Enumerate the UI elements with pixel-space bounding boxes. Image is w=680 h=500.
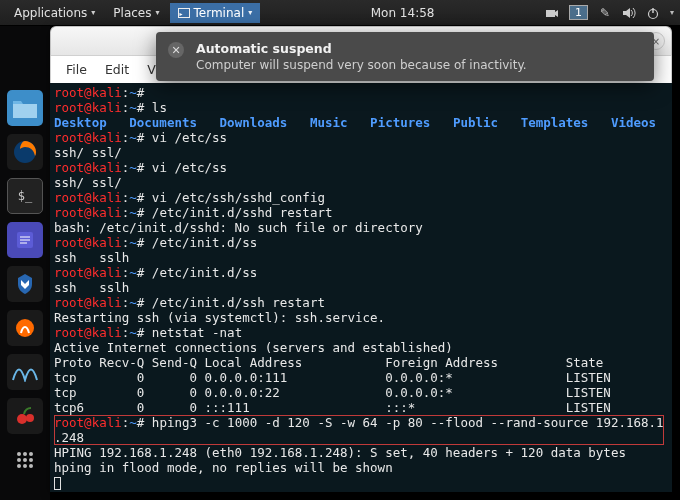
- terminal-line: root@kali:~# /etc/init.d/sshd restart: [54, 205, 668, 220]
- metasploit-icon[interactable]: [7, 266, 43, 302]
- svg-point-19: [23, 464, 27, 468]
- terminal-line: root@kali:~# /etc/init.d/ssh restart: [54, 295, 668, 310]
- terminal-line: ssh/ ssl/: [54, 175, 668, 190]
- wireshark-icon[interactable]: [7, 354, 43, 390]
- terminal-line: root@kali:~# /etc/init.d/ss: [54, 235, 668, 250]
- firefox-icon[interactable]: [7, 134, 43, 170]
- terminal-line: bash: /etc/init.d/sshd: No such file or …: [54, 220, 668, 235]
- burpsuite-icon[interactable]: [7, 310, 43, 346]
- svg-point-16: [23, 458, 27, 462]
- svg-rect-0: [546, 10, 555, 17]
- text-editor-icon[interactable]: [7, 222, 43, 258]
- svg-point-15: [17, 458, 21, 462]
- svg-rect-3: [13, 104, 37, 118]
- svg-point-17: [29, 458, 33, 462]
- workspace-indicator[interactable]: 1: [569, 5, 588, 20]
- svg-point-18: [17, 464, 21, 468]
- terminal-icon: ▸: [178, 8, 190, 18]
- menu-edit[interactable]: Edit: [96, 58, 138, 81]
- volume-icon[interactable]: [622, 6, 636, 20]
- chevron-down-icon[interactable]: ▾: [670, 8, 674, 17]
- svg-point-11: [26, 414, 34, 422]
- show-apps-icon[interactable]: [7, 442, 43, 478]
- terminal-content[interactable]: root@kali:~# root@kali:~# lsDesktop Docu…: [50, 83, 672, 492]
- terminal-line: root@kali:~# ls: [54, 100, 668, 115]
- camera-icon[interactable]: [545, 6, 559, 20]
- svg-point-14: [29, 452, 33, 456]
- chevron-down-icon: ▾: [155, 8, 159, 17]
- terminal-line: ssh sslh: [54, 250, 668, 265]
- terminal-line: root@kali:~# netstat -nat: [54, 325, 668, 340]
- dock: $_: [0, 26, 50, 500]
- terminal-line: Desktop Documents Downloads Music Pictur…: [54, 115, 668, 130]
- chevron-down-icon: ▾: [91, 8, 95, 17]
- cherrytree-icon[interactable]: [7, 398, 43, 434]
- terminal-cursor-line: [54, 475, 668, 490]
- theme-icon[interactable]: ✎: [598, 6, 612, 20]
- terminal-line: hping in flood mode, no replies will be …: [54, 460, 668, 475]
- terminal-menu-label: Terminal: [194, 6, 245, 20]
- applications-menu[interactable]: Applications ▾: [6, 3, 103, 23]
- terminal-line: HPING 192.168.1.248 (eth0 192.168.1.248)…: [54, 445, 668, 460]
- svg-point-20: [29, 464, 33, 468]
- terminal-line: tcp 0 0 0.0.0.0:111 0.0.0.0:* LISTEN: [54, 370, 668, 385]
- notification-body: Computer will suspend very soon because …: [196, 58, 527, 72]
- terminal-line: .248: [54, 430, 668, 445]
- notification-popup[interactable]: ✕ Automatic suspend Computer will suspen…: [156, 32, 654, 81]
- terminal-line: ssh/ ssl/: [54, 145, 668, 160]
- terminal-line: root@kali:~# vi /etc/ssh/sshd_config: [54, 190, 668, 205]
- places-label: Places: [113, 6, 151, 20]
- notification-title: Automatic suspend: [196, 41, 527, 56]
- menu-file[interactable]: File: [57, 58, 96, 81]
- terminal-line: root@kali:~#: [54, 85, 668, 100]
- terminal-line: Active Internet connections (servers and…: [54, 340, 668, 355]
- terminal-line: tcp6 0 0 :::111 :::* LISTEN: [54, 400, 668, 415]
- terminal-line: root@kali:~# vi /etc/ss: [54, 160, 668, 175]
- top-panel: Applications ▾ Places ▾ ▸ Terminal ▾ Mon…: [0, 0, 680, 26]
- info-icon: ✕: [168, 42, 184, 58]
- svg-point-10: [17, 414, 27, 424]
- terminal-line: root@kali:~# vi /etc/ss: [54, 130, 668, 145]
- power-icon[interactable]: [646, 6, 660, 20]
- clock[interactable]: Mon 14:58: [260, 6, 545, 20]
- terminal-app-icon[interactable]: $_: [7, 178, 43, 214]
- terminal-menu[interactable]: ▸ Terminal ▾: [170, 3, 261, 23]
- files-icon[interactable]: [7, 90, 43, 126]
- svg-point-12: [17, 452, 21, 456]
- terminal-line: Proto Recv-Q Send-Q Local Address Foreig…: [54, 355, 668, 370]
- terminal-line: root@kali:~# /etc/init.d/ss: [54, 265, 668, 280]
- applications-label: Applications: [14, 6, 87, 20]
- terminal-line: ssh sslh: [54, 280, 668, 295]
- terminal-window: – ▫ × File Edit View root@kali:~# root@k…: [50, 26, 672, 492]
- terminal-line: tcp 0 0 0.0.0.0:22 0.0.0.0:* LISTEN: [54, 385, 668, 400]
- terminal-line: root@kali:~# hping3 -c 1000 -d 120 -S -w…: [54, 415, 668, 430]
- chevron-down-icon: ▾: [248, 8, 252, 17]
- places-menu[interactable]: Places ▾: [105, 3, 167, 23]
- terminal-line: Restarting ssh (via systemctl): ssh.serv…: [54, 310, 668, 325]
- svg-point-13: [23, 452, 27, 456]
